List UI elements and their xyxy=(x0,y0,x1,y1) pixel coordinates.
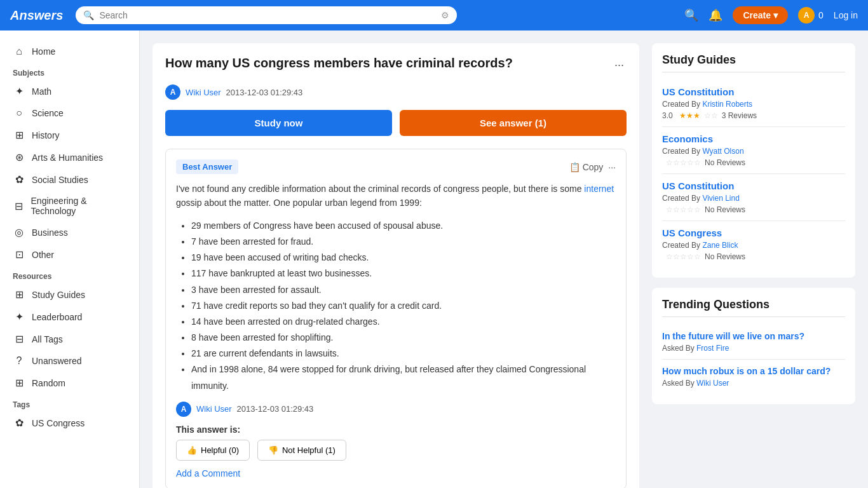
list-item: 19 have been accused of writing bad chec… xyxy=(191,250,616,266)
answer-author-link[interactable]: Wiki User xyxy=(196,404,232,414)
arts-icon: ⊛ xyxy=(13,151,25,163)
guide-title[interactable]: US Congress xyxy=(662,227,845,238)
leaderboard-icon: ✦ xyxy=(13,311,25,323)
trending-question[interactable]: How much robux is on a 15 dollar card? xyxy=(662,366,845,376)
trending-asker: Asked By Frost Fire xyxy=(662,344,845,353)
study-guides-list: US Constitution Created By Kristin Rober… xyxy=(662,80,845,268)
search-icon-header[interactable]: 🔍 xyxy=(684,8,698,22)
list-item: 3 have been arrested for assault. xyxy=(191,282,616,298)
avatar: A xyxy=(165,85,180,100)
answer-footer-meta: A Wiki User 2013-12-03 01:29:43 xyxy=(176,402,616,417)
trending-item: In the future will we live on mars? Aske… xyxy=(662,325,845,360)
answer-list: 29 members of Congress have been accused… xyxy=(191,218,616,394)
login-button[interactable]: Log in xyxy=(834,10,858,20)
sidebar-item-history[interactable]: ⊞ History xyxy=(0,124,139,146)
sidebar-item-social[interactable]: ✿ Social Studies xyxy=(0,168,139,191)
coin-count: 0 xyxy=(818,10,824,20)
list-item: And in 1998 alone, 84 were stopped for d… xyxy=(191,362,616,393)
guide-title[interactable]: Economics xyxy=(662,133,845,144)
add-comment-link[interactable]: Add a Comment xyxy=(176,468,616,478)
list-item: 14 have been arrested on drug-related ch… xyxy=(191,314,616,330)
sidebar-item-engineering[interactable]: ⊟ Engineering & Technology xyxy=(0,191,139,221)
guide-item: Economics Created By Wyatt Olson ☆☆☆☆☆ N… xyxy=(662,127,845,174)
trending-asker-link[interactable]: Wiki User xyxy=(696,379,729,388)
trending-title: Trending Questions xyxy=(662,298,845,317)
list-item: 7 have been arrested for fraud. xyxy=(191,234,616,250)
guide-author-link[interactable]: Zane Blick xyxy=(702,241,738,250)
search-bar[interactable]: 🔍 ⚙ xyxy=(76,6,457,24)
guide-title[interactable]: US Constitution xyxy=(662,180,845,191)
more-options-icon[interactable]: ··· xyxy=(612,56,627,74)
answer-rating: This answer is: 👍 Helpful (0) 👎 Not Help… xyxy=(176,424,616,461)
list-item: 71 have credit reports so bad they can't… xyxy=(191,298,616,314)
sidebar-history-label: History xyxy=(32,130,60,140)
sidebar-item-science[interactable]: ○ Science xyxy=(0,102,139,124)
study-now-button[interactable]: Study now xyxy=(165,110,392,136)
guide-author-link[interactable]: Wyatt Olson xyxy=(702,147,743,156)
sidebar-item-leaderboard[interactable]: ✦ Leaderboard xyxy=(0,306,139,328)
not-helpful-button[interactable]: 👎 Not Helpful (1) xyxy=(257,440,346,461)
reviews-count: No Reviews xyxy=(705,158,745,167)
trending-asker-link[interactable]: Frost Fire xyxy=(696,344,729,353)
filter-icon[interactable]: ⚙ xyxy=(441,10,449,20)
trending-list: In the future will we live on mars? Aske… xyxy=(662,325,845,394)
sidebar-item-all-tags[interactable]: ⊟ All Tags xyxy=(0,328,139,350)
guide-title[interactable]: US Constitution xyxy=(662,86,845,97)
answer-more-icon[interactable]: ··· xyxy=(608,162,616,172)
sidebar-item-random[interactable]: ⊞ Random xyxy=(0,372,139,394)
resources-label: Resources xyxy=(0,266,139,283)
thumbs-down-icon: 👎 xyxy=(268,445,278,455)
sidebar: ⌂ Home Subjects ✦ Math ○ Science ⊞ Histo… xyxy=(0,30,140,488)
copy-button[interactable]: 📋 Copy xyxy=(569,162,604,172)
guide-rating: ☆☆☆☆☆ No Reviews xyxy=(662,252,845,261)
answer-actions: 📋 Copy ··· xyxy=(569,162,616,172)
history-icon: ⊞ xyxy=(13,129,25,141)
guide-author-link[interactable]: Kristin Roberts xyxy=(702,100,752,109)
create-label: Create xyxy=(743,10,771,20)
sidebar-math-label: Math xyxy=(32,86,51,97)
header: Answers 🔍 ⚙ 🔍 🔔 Create ▾ A 0 Log in xyxy=(0,0,868,30)
question-author-link[interactable]: Wiki User xyxy=(186,88,221,97)
sidebar-item-other[interactable]: ⊡ Other xyxy=(0,243,139,266)
sidebar-item-home[interactable]: ⌂ Home xyxy=(0,41,139,62)
question-meta: A Wiki User 2013-12-03 01:29:43 xyxy=(165,85,627,100)
stars-empty: ☆☆ xyxy=(704,111,718,120)
stars-empty: ☆☆☆☆☆ xyxy=(666,205,701,214)
answer-avatar: A xyxy=(176,402,191,417)
home-icon: ⌂ xyxy=(13,46,25,57)
see-answer-button[interactable]: See answer (1) xyxy=(400,110,627,136)
sidebar-engineering-label: Engineering & Technology xyxy=(31,196,126,216)
sidebar-unanswered-label: Unanswered xyxy=(32,356,82,366)
answer-timestamp: 2013-12-03 01:29:43 xyxy=(237,404,314,414)
study-guides-box: Study Guides US Constitution Created By … xyxy=(652,43,855,278)
copy-icon: 📋 xyxy=(569,162,580,172)
reviews-count: No Reviews xyxy=(705,205,745,214)
helpful-button[interactable]: 👍 Helpful (0) xyxy=(176,440,250,461)
notification-icon[interactable]: 🔔 xyxy=(709,8,722,22)
sidebar-arts-label: Arts & Humanities xyxy=(32,152,103,163)
question-timestamp: 2013-12-03 01:29:43 xyxy=(226,88,303,97)
best-answer-badge: Best Answer xyxy=(176,159,238,174)
list-item: 29 members of Congress have been accused… xyxy=(191,218,616,234)
answer-intro: I've not found any credible information … xyxy=(176,184,584,194)
guide-creator: Created By Kristin Roberts xyxy=(662,100,845,109)
guide-author-link[interactable]: Vivien Lind xyxy=(702,194,740,203)
engineering-icon: ⊟ xyxy=(13,200,25,212)
create-button[interactable]: Create ▾ xyxy=(733,6,788,24)
sidebar-all-tags-label: All Tags xyxy=(32,334,63,344)
search-input[interactable] xyxy=(99,10,436,20)
internet-link[interactable]: internet xyxy=(584,184,614,194)
sidebar-item-unanswered[interactable]: ? Unanswered xyxy=(0,350,139,372)
search-icon: 🔍 xyxy=(83,10,94,20)
sidebar-us-congress-label: US Congress xyxy=(32,418,85,428)
sidebar-item-us-congress[interactable]: ✿ US Congress xyxy=(0,412,139,434)
stars-filled: ★★★ xyxy=(679,111,700,120)
subjects-label: Subjects xyxy=(0,62,139,80)
sidebar-item-math[interactable]: ✦ Math xyxy=(0,80,139,102)
unanswered-icon: ? xyxy=(13,355,25,367)
sidebar-item-arts[interactable]: ⊛ Arts & Humanities xyxy=(0,146,139,168)
trending-question[interactable]: In the future will we live on mars? xyxy=(662,331,845,341)
sidebar-item-study-guides[interactable]: ⊞ Study Guides xyxy=(0,283,139,306)
other-icon: ⊡ xyxy=(13,248,25,261)
sidebar-item-business[interactable]: ◎ Business xyxy=(0,221,139,243)
